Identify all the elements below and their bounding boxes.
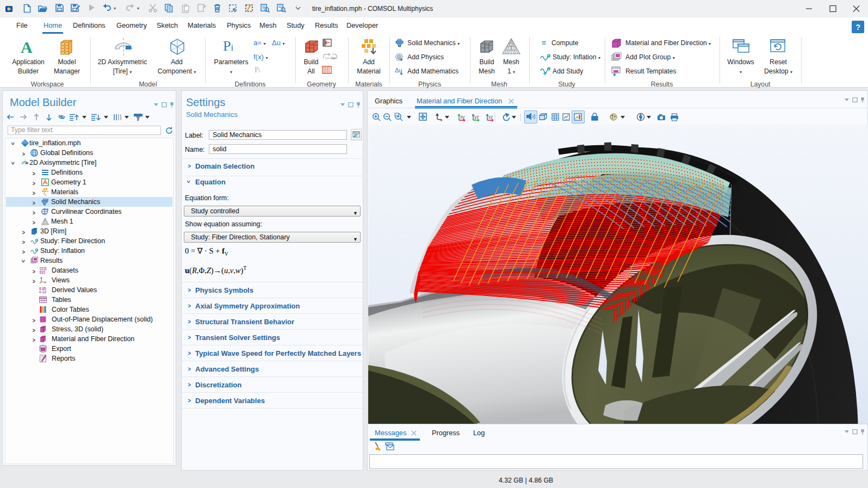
svg-text:xy: xy <box>460 114 465 120</box>
svg-text:e-12: e-12 <box>39 290 46 294</box>
svg-text:xz: xz <box>488 114 493 120</box>
svg-text:yz: yz <box>474 114 479 120</box>
